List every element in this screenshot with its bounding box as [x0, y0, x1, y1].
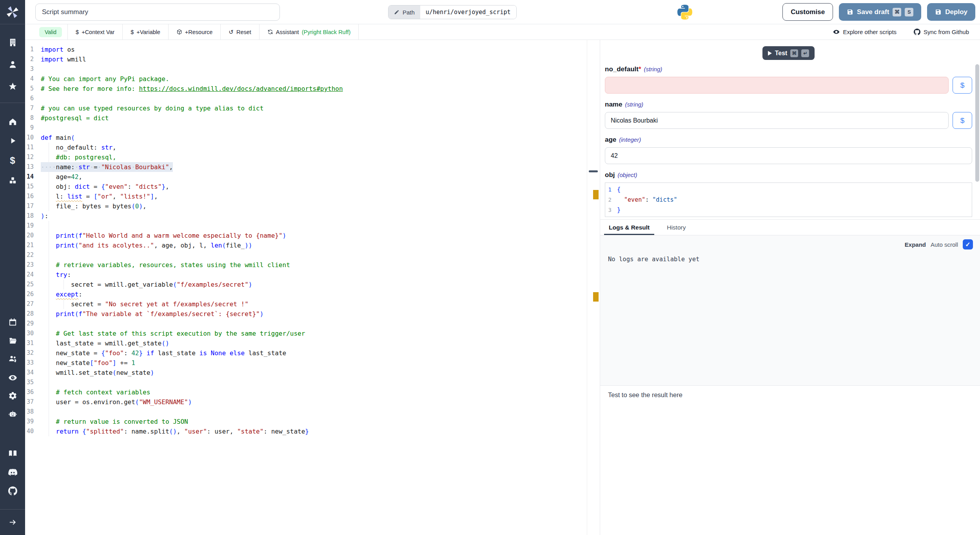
- sidebar-item-calendar[interactable]: [6, 315, 19, 329]
- code-line[interactable]: 4# You can import any PyPi package.: [25, 74, 587, 84]
- assistant-linters: (Pyright Black Ruff): [302, 29, 351, 35]
- tab-logs-result[interactable]: Logs & Result: [609, 220, 650, 235]
- right-panel-scrollbar[interactable]: [975, 64, 979, 182]
- code-line[interactable]: 40 return {"splitted": name.split(), "us…: [25, 427, 587, 436]
- deploy-button[interactable]: Deploy: [927, 3, 975, 21]
- s-key-badge: S: [905, 8, 913, 16]
- sidebar-item-book[interactable]: [6, 446, 19, 460]
- code-line[interactable]: 25 secret = wmill.get_variable("f/exampl…: [25, 280, 587, 289]
- name-input[interactable]: [605, 112, 949, 129]
- code-line[interactable]: 10def main(: [25, 133, 587, 143]
- sidebar-item-cubes[interactable]: [6, 174, 19, 187]
- sidebar-item-settings-gear[interactable]: [6, 389, 19, 402]
- code-line[interactable]: 34 wmill.set_state(new_state): [25, 368, 587, 378]
- sidebar-item-building[interactable]: [6, 36, 19, 49]
- code-line[interactable]: 33 new_state["foo"] += 1: [25, 358, 587, 368]
- code-line[interactable]: 16 l: list = ["or", "lists!"],: [25, 192, 587, 201]
- sidebar-item-folder[interactable]: [6, 334, 19, 347]
- sync-from-github-link[interactable]: Sync from Github: [914, 29, 969, 35]
- code-line[interactable]: 7# you can use typed resources by doing …: [25, 103, 587, 113]
- pane-resize-handle[interactable]: [589, 170, 598, 172]
- reset-button[interactable]: ↺Reset: [221, 24, 259, 40]
- code-line[interactable]: 17 file_: bytes = bytes(0),: [25, 201, 587, 211]
- sidebar-item-user-group[interactable]: [6, 352, 19, 365]
- save-draft-button[interactable]: Save draft ⌘ S: [839, 3, 921, 21]
- github-icon: [914, 29, 920, 35]
- code-line[interactable]: 39 # return value is converted to JSON: [25, 417, 587, 427]
- sidebar-item-user[interactable]: [6, 58, 19, 71]
- code-line[interactable]: 8#postgresql = dict: [25, 113, 587, 123]
- code-line[interactable]: 9: [25, 123, 587, 133]
- code-line[interactable]: 20 print(f"Hello World and a warm welcom…: [25, 231, 587, 240]
- toolbar-item-label: Reset: [236, 29, 251, 35]
- var-picker-button[interactable]: $: [953, 77, 972, 94]
- code-line[interactable]: 36 # fetch context variables: [25, 387, 587, 397]
- code-line[interactable]: 22: [25, 250, 587, 260]
- obj-json-editor[interactable]: 1{2 "even": "dicts"3}: [605, 183, 972, 217]
- building-icon: [8, 38, 17, 47]
- path-value[interactable]: u/henri/overjoyed_script: [420, 5, 516, 19]
- book-icon: [8, 449, 17, 458]
- code-line[interactable]: 1import os: [25, 45, 587, 54]
- code-line[interactable]: 18):: [25, 211, 587, 221]
- -variable-button[interactable]: $+Variable: [123, 24, 169, 40]
- age-input[interactable]: [605, 147, 972, 164]
- code-line[interactable]: 13····name:·str·=·"Nicolas·Bourbaki",: [25, 162, 587, 172]
- toolbar-item-label: +Variable: [136, 29, 160, 35]
- sidebar-item-star[interactable]: [6, 80, 19, 93]
- sidebar-item-play[interactable]: [6, 134, 19, 147]
- code-line[interactable]: 14 age=42,: [25, 172, 587, 182]
- warning-marker: [593, 190, 599, 199]
- sidebar-item-audit-eye[interactable]: [6, 371, 19, 384]
- code-line[interactable]: 11 no_default: str,: [25, 143, 587, 152]
- code-line[interactable]: 12 #db: postgresql,: [25, 152, 587, 162]
- code-line[interactable]: 28 print(f"The variable at `f/examples/s…: [25, 309, 587, 319]
- code-line[interactable]: 27 secret = "No secret yet at f/examples…: [25, 299, 587, 309]
- script-summary-input[interactable]: [35, 4, 280, 21]
- sidebar-item-robot[interactable]: [6, 407, 19, 421]
- user-group-icon: [8, 354, 17, 363]
- sidebar-item-dollar[interactable]: $: [6, 154, 19, 167]
- path-edit-button[interactable]: Path: [388, 5, 420, 19]
- code-line[interactable]: 24 try:: [25, 270, 587, 280]
- json-line: 2 "even": "dicts": [605, 195, 972, 205]
- code-line[interactable]: 15 obj: dict = {"even": "dicts"},: [25, 182, 587, 192]
- code-line[interactable]: 6: [25, 94, 587, 103]
- code-line[interactable]: 32 new_state = {"foo": 42} if last_state…: [25, 348, 587, 358]
- code-line[interactable]: 35: [25, 378, 587, 387]
- code-line[interactable]: 23 # retrieve variables, resources, stat…: [25, 260, 587, 270]
- code-line[interactable]: 5# See here for more info: https://docs.…: [25, 84, 587, 94]
- -resource-button[interactable]: +Resource: [169, 24, 221, 40]
- windmill-logo[interactable]: [5, 5, 20, 19]
- code-text: last_state = wmill.get_state(): [41, 338, 169, 348]
- code-line[interactable]: 3: [25, 64, 587, 74]
- code-line[interactable]: 21 print("and its acolytes..", age, obj,…: [25, 240, 587, 250]
- sidebar-item-github[interactable]: [6, 484, 19, 497]
- code-line[interactable]: 37 user = os.environ.get("WM_USERNAME"): [25, 397, 587, 407]
- code-line[interactable]: 26 except:: [25, 289, 587, 299]
- autoscroll-checkbox[interactable]: ✓: [963, 239, 973, 249]
- var-picker-button[interactable]: $: [953, 112, 972, 129]
- customise-button[interactable]: Customise: [782, 3, 833, 21]
- sync-label: Sync from Github: [924, 29, 969, 35]
- code-line[interactable]: 29: [25, 319, 587, 329]
- test-button[interactable]: Test ⌘ ↵: [762, 46, 815, 60]
- play-icon: [8, 136, 17, 145]
- no-default-input[interactable]: [605, 77, 949, 94]
- -context-var-button[interactable]: $+Context Var: [68, 24, 123, 40]
- code-line[interactable]: 19: [25, 221, 587, 231]
- line-number: 19: [25, 221, 41, 231]
- line-number: 23: [25, 260, 41, 270]
- sidebar-item-discord[interactable]: [6, 465, 19, 479]
- code-line[interactable]: 31 last_state = wmill.get_state(): [25, 338, 587, 348]
- code-line[interactable]: 2import wmill: [25, 54, 587, 64]
- code-line[interactable]: 30 # Get last state of this script execu…: [25, 329, 587, 338]
- expand-button[interactable]: Expand: [905, 241, 926, 248]
- sidebar-item-collapse-arrow[interactable]: [6, 515, 19, 529]
- assistant-button[interactable]: Assistant(Pyright Black Ruff): [260, 24, 359, 40]
- explore-other-scripts-link[interactable]: Explore other scripts: [833, 29, 897, 35]
- code-line[interactable]: 38: [25, 407, 587, 417]
- code-editor[interactable]: 1import os2import wmill34# You can impor…: [25, 40, 587, 535]
- tab-history[interactable]: History: [667, 220, 686, 235]
- sidebar-item-home[interactable]: [6, 115, 19, 128]
